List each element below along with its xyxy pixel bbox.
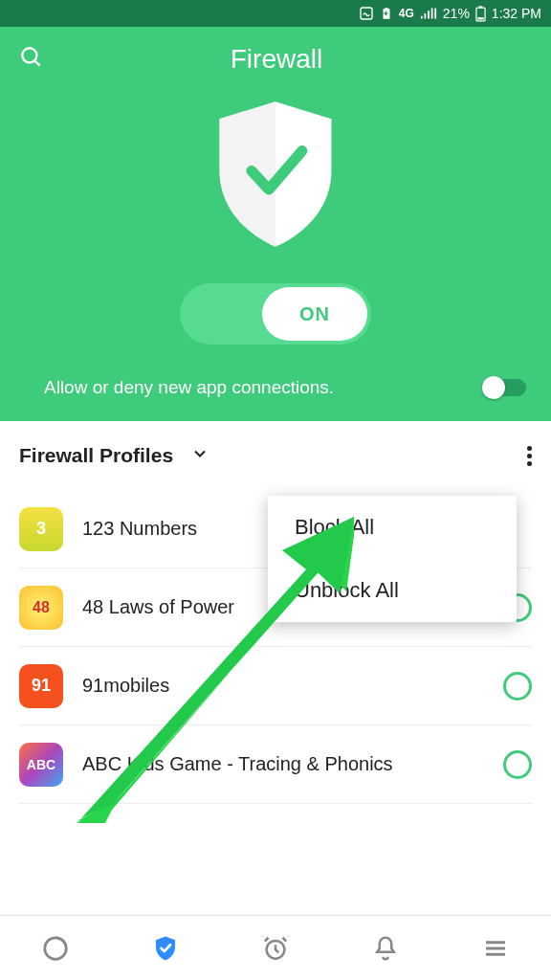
svg-rect-2: [479, 6, 483, 8]
firewall-main-toggle[interactable]: ON: [180, 283, 371, 345]
status-bar: 4G 21% 1:32 PM: [0, 0, 551, 27]
app-icon: 91: [19, 664, 63, 708]
battery-pct-label: 21%: [443, 6, 470, 21]
app-icon: 48: [19, 586, 63, 630]
app-icon: 3: [19, 507, 63, 551]
toggle-knob: [482, 376, 505, 399]
context-menu: Block All Unblock All: [268, 496, 517, 622]
header: Firewall ON Allow or deny new app connec…: [0, 27, 551, 421]
nav-notifications[interactable]: [368, 931, 403, 966]
clock-label: 1:32 PM: [492, 6, 541, 21]
firewall-main-toggle-label: ON: [262, 287, 367, 341]
app-row[interactable]: ABC ABC Kids Game - Tracing & Phonics: [19, 725, 532, 804]
app-icon: ABC: [19, 743, 63, 787]
battery-saver-icon: [380, 6, 393, 21]
more-options-button[interactable]: [527, 446, 532, 466]
nav-clock[interactable]: [258, 931, 293, 966]
bottom-nav: [0, 915, 551, 980]
app-name-label: 91mobiles: [82, 675, 484, 697]
signal-icon: [420, 7, 437, 20]
chevron-down-icon: [190, 444, 209, 467]
profiles-dropdown-label: Firewall Profiles: [19, 444, 173, 467]
menu-item-unblock-all[interactable]: Unblock All: [268, 559, 517, 622]
network-type-label: 4G: [399, 7, 414, 20]
svg-point-4: [22, 48, 36, 62]
page-title: Firewall: [44, 44, 509, 75]
battery-icon: [475, 6, 486, 22]
allow-deny-toggle[interactable]: [484, 379, 526, 396]
app-indicator-icon: [359, 6, 374, 21]
app-toggle-circle[interactable]: [503, 672, 532, 701]
menu-item-block-all[interactable]: Block All: [268, 496, 517, 559]
app-toggle-circle[interactable]: [503, 750, 532, 779]
nav-firewall[interactable]: [148, 931, 183, 966]
profiles-dropdown[interactable]: Firewall Profiles: [19, 444, 209, 467]
app-row[interactable]: 91 91mobiles: [19, 647, 532, 725]
svg-rect-3: [477, 17, 483, 19]
allow-deny-label: Allow or deny new app connections.: [44, 377, 334, 398]
nav-menu[interactable]: [478, 931, 513, 966]
svg-rect-0: [361, 8, 372, 19]
svg-line-5: [34, 60, 39, 65]
app-name-label: ABC Kids Game - Tracing & Phonics: [82, 753, 484, 775]
shield-check-icon: [209, 98, 342, 251]
nav-data-usage[interactable]: [38, 931, 73, 966]
search-icon[interactable]: [19, 45, 44, 74]
